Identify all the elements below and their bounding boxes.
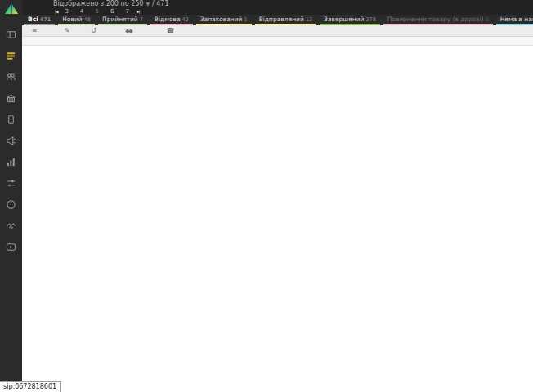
info-icon[interactable] bbox=[0, 194, 22, 215]
tab-underline bbox=[255, 24, 316, 25]
tab-count: 12 bbox=[306, 16, 312, 23]
contacts-icon[interactable]: ☻☻ bbox=[100, 25, 158, 36]
refresh-icon[interactable]: ↺ bbox=[87, 25, 100, 36]
settings-icon[interactable] bbox=[0, 172, 22, 194]
tab-label: Відмова bbox=[155, 16, 181, 23]
edit-icon[interactable]: ✎ bbox=[47, 25, 87, 36]
tab-label: Всі bbox=[28, 16, 38, 23]
topbar: Відображено з 200 по 250▼/ 471 |◀34567▶| bbox=[22, 0, 533, 15]
tab-underline bbox=[496, 24, 533, 25]
chevron-down-icon[interactable]: ▼ bbox=[146, 1, 150, 7]
tab-Новий[interactable]: Новий48 bbox=[56, 15, 96, 25]
tab-Всі[interactable]: Всі471 bbox=[22, 15, 56, 25]
tab-count: 1 bbox=[244, 16, 248, 23]
tab-underline bbox=[150, 24, 193, 25]
tab-count: 42 bbox=[182, 16, 189, 23]
status-tabs: Всі471Новий48Прийнятий7Відмова42Запакова… bbox=[22, 15, 533, 25]
shop-icon[interactable] bbox=[0, 87, 22, 109]
tab-label: Новий bbox=[62, 16, 82, 23]
tab-label: Завершений bbox=[324, 16, 364, 23]
pagination: |◀34567▶| bbox=[53, 7, 533, 15]
tab-underline bbox=[58, 24, 95, 25]
purchases-icon[interactable] bbox=[0, 109, 22, 130]
tab-Відмова[interactable]: Відмова42 bbox=[149, 15, 195, 25]
records-range-label: Відображено з 200 по 250 bbox=[53, 0, 143, 7]
tab-Відправлений[interactable]: Відправлений12 bbox=[253, 15, 318, 25]
tab-underline bbox=[24, 24, 55, 25]
tab-Нема в наявності[interactable]: Нема в наявності1 bbox=[495, 15, 533, 25]
marketing-icon[interactable] bbox=[0, 130, 22, 151]
app-logo[interactable] bbox=[4, 2, 19, 19]
first-page-button[interactable]: |◀ bbox=[55, 8, 58, 15]
records-total-label: / 471 bbox=[152, 0, 169, 7]
tab-Завершений[interactable]: Завершений278 bbox=[318, 15, 382, 25]
page-number[interactable]: 5 bbox=[95, 8, 98, 15]
partners-icon[interactable] bbox=[0, 215, 22, 236]
phone-icon[interactable]: ☎ bbox=[158, 25, 183, 36]
page-number[interactable]: 7 bbox=[125, 8, 128, 15]
main-area: Відображено з 200 по 250▼/ 471 |◀34567▶|… bbox=[22, 0, 533, 392]
tab-label: Прийнятий bbox=[102, 16, 138, 23]
rows-icon[interactable]: ≡ bbox=[22, 25, 47, 36]
contacts-icon[interactable] bbox=[0, 66, 22, 87]
sidebar bbox=[0, 0, 22, 392]
tab-label: Повернення товару (в дорозі) bbox=[387, 16, 484, 23]
orders-icon[interactable] bbox=[0, 45, 22, 66]
tab-Прийнятий[interactable]: Прийнятий7 bbox=[96, 15, 149, 25]
tab-count: 0 bbox=[486, 16, 489, 23]
tab-Повернення товару (в дорозі)[interactable]: Повернення товару (в дорозі)0 bbox=[382, 15, 495, 25]
tab-count: 48 bbox=[84, 16, 91, 23]
orders-table bbox=[22, 46, 533, 389]
tab-Запакований[interactable]: Запакований1 bbox=[195, 15, 253, 25]
tab-count: 7 bbox=[140, 16, 143, 23]
tab-label: Запакований bbox=[200, 16, 243, 23]
tab-underline bbox=[383, 24, 493, 25]
filter-row bbox=[22, 37, 533, 46]
video-icon[interactable] bbox=[0, 236, 22, 257]
tab-underline bbox=[98, 24, 147, 25]
tab-underline bbox=[320, 24, 380, 25]
tab-count: 278 bbox=[365, 16, 375, 23]
tab-underline bbox=[196, 24, 252, 25]
tab-count: 471 bbox=[40, 16, 52, 23]
dashboard-icon[interactable] bbox=[0, 24, 22, 45]
app-window: Відображено з 200 по 250▼/ 471 |◀34567▶|… bbox=[0, 0, 533, 392]
table-header: ≡✎↺☻☻☎ bbox=[22, 25, 533, 37]
stats-icon[interactable] bbox=[0, 151, 22, 172]
sidebar-nav bbox=[0, 24, 22, 257]
tab-label: Відправлений bbox=[259, 16, 304, 23]
page-number[interactable]: 3 bbox=[65, 8, 69, 15]
page-number[interactable]: 4 bbox=[80, 8, 83, 15]
status-tooltip: sip:0672818601 bbox=[0, 381, 61, 392]
page-number[interactable]: 6 bbox=[110, 8, 114, 15]
last-page-button[interactable]: ▶| bbox=[137, 8, 140, 15]
tab-label: Нема в наявності bbox=[500, 16, 533, 23]
